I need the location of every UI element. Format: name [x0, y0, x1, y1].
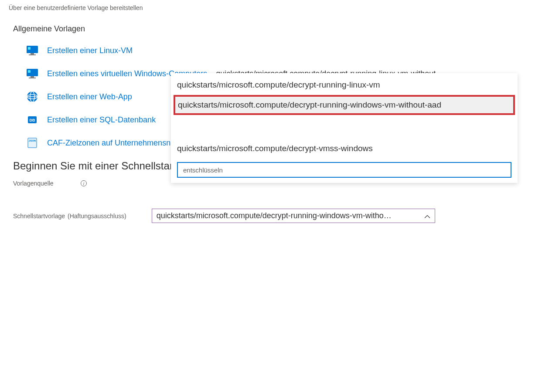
template-link[interactable]: Erstellen einer SQL-Datenbank	[47, 115, 156, 125]
svg-text:JSON: JSON	[29, 139, 36, 142]
svg-rect-2	[31, 53, 34, 54]
svg-rect-5	[28, 70, 31, 73]
dropdown-panel: quickstarts/microsoft.compute/decrypt-ru…	[171, 73, 518, 183]
svg-rect-6	[31, 76, 34, 78]
template-item-linux-vm[interactable]: Erstellen einer Linux-VM	[26, 44, 535, 57]
info-icon[interactable]: i	[81, 180, 87, 186]
disclaimer-label: (Haftungsausschluss)	[68, 213, 126, 220]
template-link[interactable]: CAF-Zielzonen auf Unternehmensniveau	[47, 139, 189, 148]
quickstart-template-dropdown[interactable]: quickstarts/microsoft.compute/decrypt-ru…	[152, 209, 435, 223]
chevron-up-icon	[424, 211, 430, 220]
quickstart-template-label: Schnellstartvorlage	[13, 213, 65, 220]
template-source-label: Vorlagenquelle	[13, 180, 81, 187]
dropdown-search-input[interactable]	[177, 162, 511, 178]
svg-rect-1	[28, 47, 31, 50]
sql-icon: DB	[26, 114, 38, 126]
svg-text:DB: DB	[30, 118, 35, 122]
svg-rect-3	[29, 54, 36, 55]
quickstart-template-row: Schnellstartvorlage (Haftungsausschluss)…	[13, 209, 535, 223]
webapp-icon	[26, 91, 38, 103]
dropdown-option-highlighted[interactable]: quickstarts/microsoft.compute/decrypt-ru…	[174, 95, 515, 115]
template-link[interactable]: Erstellen einer Web-App	[47, 92, 132, 101]
page-title: Über eine benutzerdefinierte Vorlage ber…	[9, 4, 535, 11]
common-templates-heading: Allgemeine Vorlagen	[13, 24, 535, 34]
dropdown-option[interactable]: quickstarts/microsoft.compute/decrypt-ru…	[171, 73, 518, 95]
dropdown-selected-value: quickstarts/microsoft.compute/decrypt-ru…	[157, 211, 392, 220]
template-link[interactable]: Erstellen einer Linux-VM	[47, 46, 133, 55]
svg-rect-7	[29, 78, 36, 78]
vm-linux-icon	[26, 44, 38, 57]
vm-windows-icon	[26, 68, 38, 80]
json-icon: JSON	[26, 137, 38, 149]
dropdown-option[interactable]: quickstarts/microsoft.compute/decrypt-vm…	[171, 139, 518, 159]
